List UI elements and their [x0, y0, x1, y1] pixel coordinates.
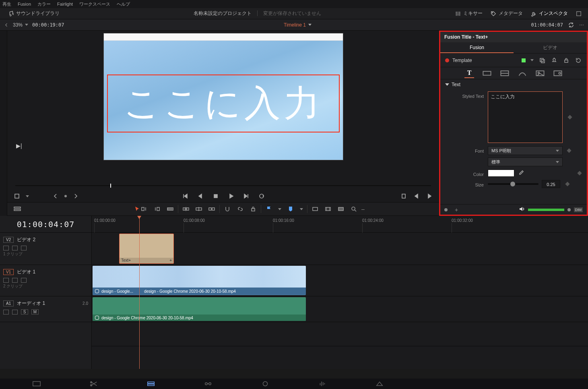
- track-visible-icon[interactable]: [21, 246, 27, 250]
- snap-icon[interactable]: [224, 206, 231, 212]
- marker-icon[interactable]: [287, 206, 294, 212]
- dim-badge[interactable]: DIM: [574, 207, 583, 212]
- copy-icon[interactable]: [538, 57, 546, 64]
- auto-select-icon[interactable]: [12, 310, 18, 315]
- chevron-down-icon[interactable]: [530, 59, 534, 61]
- keyframe-diamond-icon[interactable]: [565, 182, 569, 186]
- zoom-out-icon[interactable]: –: [361, 206, 365, 212]
- menu-item[interactable]: Fusion: [18, 2, 31, 6]
- play-icon[interactable]: [228, 193, 234, 199]
- fusion-page-icon[interactable]: [204, 380, 213, 387]
- next-clip-icon[interactable]: [426, 193, 433, 199]
- menu-item[interactable]: 再生: [2, 1, 11, 7]
- timecode-source[interactable]: 00:00:19:07: [32, 22, 64, 28]
- sound-library-button[interactable]: サウンドライブラリ: [8, 10, 60, 17]
- track-badge[interactable]: V2: [3, 237, 14, 243]
- zoom-level[interactable]: 33%: [13, 22, 28, 28]
- replace-icon[interactable]: [208, 206, 215, 212]
- sync-icon[interactable]: [568, 22, 574, 28]
- next-edit-icon[interactable]: [72, 193, 79, 199]
- deliver-page-icon[interactable]: [375, 380, 384, 387]
- pin-icon[interactable]: [551, 57, 558, 64]
- size-value[interactable]: 0.25: [542, 180, 560, 188]
- solo-button[interactable]: S: [21, 309, 28, 315]
- auto-select-icon[interactable]: [12, 246, 18, 250]
- lock-icon[interactable]: [563, 57, 570, 64]
- track-header-v1[interactable]: V1 ビデオ 1 2 クリップ: [0, 265, 91, 296]
- shading-tab-icon[interactable]: [518, 68, 527, 78]
- styled-text-input[interactable]: [488, 91, 563, 143]
- clip-textplus[interactable]: Text+: [119, 234, 174, 264]
- menu-item[interactable]: カラー: [37, 1, 51, 7]
- media-page-icon[interactable]: [32, 380, 41, 387]
- auto-select-icon[interactable]: [12, 278, 18, 283]
- zoom-tool-icon[interactable]: [324, 206, 332, 212]
- color-page-icon[interactable]: [261, 380, 270, 387]
- razor-icon[interactable]: [167, 206, 174, 212]
- loop-icon[interactable]: [258, 193, 265, 199]
- keyframe-diamond-icon[interactable]: [567, 115, 572, 119]
- image-tab-icon[interactable]: [535, 68, 545, 78]
- search-icon[interactable]: [350, 206, 357, 212]
- scrub-playhead[interactable]: [110, 184, 111, 188]
- clip-audio[interactable]: design - Google Chrome 2020-06-30 20-10-…: [93, 297, 306, 321]
- timeline-playhead[interactable]: [139, 216, 140, 369]
- timeline-view-icon[interactable]: [14, 206, 21, 212]
- cut-page-icon[interactable]: [89, 380, 98, 387]
- maximize-icon[interactable]: [576, 11, 582, 17]
- zoom-tool-icon[interactable]: [312, 206, 319, 212]
- go-end-icon[interactable]: [243, 193, 250, 199]
- inspector-button[interactable]: インスペクタ: [531, 10, 568, 17]
- track-header-a1[interactable]: A1 オーディオ 1 2.0 S M: [0, 296, 91, 322]
- lock-icon[interactable]: [3, 246, 9, 250]
- keyframe-diamond-icon[interactable]: [577, 171, 582, 175]
- prev-clip-icon[interactable]: [413, 193, 420, 199]
- font-family-select[interactable]: MS P明朝: [488, 146, 563, 155]
- chevron-down-icon[interactable]: [278, 208, 281, 210]
- transform-tab-icon[interactable]: [500, 68, 510, 78]
- slider-knob[interactable]: [510, 182, 515, 186]
- track-row-v1[interactable]: design - Google... design - Google Chrom…: [92, 265, 588, 296]
- text-tab-icon[interactable]: T: [464, 68, 474, 78]
- timeline-name[interactable]: Timeline 1: [284, 22, 306, 28]
- selection-tool-icon[interactable]: [134, 206, 141, 212]
- menu-item[interactable]: ワークスペース: [79, 1, 110, 7]
- lock-icon[interactable]: [3, 310, 9, 315]
- track-visible-icon[interactable]: [21, 278, 27, 283]
- size-slider[interactable]: [488, 183, 538, 185]
- metadata-button[interactable]: メタデータ: [491, 10, 523, 17]
- enable-dot-icon[interactable]: [445, 58, 449, 62]
- timeline-current-tc[interactable]: 01:00:04:07: [0, 216, 91, 233]
- step-forward-icon[interactable]: ▶|: [16, 143, 22, 149]
- settings-tab-icon[interactable]: [553, 68, 563, 78]
- link-icon[interactable]: [237, 206, 244, 212]
- mark-in-icon[interactable]: [400, 193, 407, 199]
- menu-item[interactable]: Fairlight: [57, 2, 73, 6]
- timeline-ruler[interactable]: 01:00:00:00 01:00:08:00 01:00:16:00 01:0…: [92, 216, 588, 233]
- insert-icon[interactable]: [182, 206, 190, 212]
- menu-item[interactable]: ヘルプ: [117, 1, 130, 7]
- chevron-left-icon[interactable]: [4, 23, 9, 27]
- prev-edit-icon[interactable]: [52, 193, 59, 199]
- lock-icon[interactable]: [3, 278, 9, 283]
- clip-video[interactable]: design - Google... design - Google Chrom…: [93, 266, 306, 295]
- lock-icon[interactable]: [250, 206, 257, 212]
- track-badge[interactable]: V1: [3, 269, 14, 275]
- color-swatch[interactable]: [488, 170, 514, 177]
- reset-icon[interactable]: [575, 57, 582, 64]
- track-header-v2[interactable]: V2 ビデオ 2 1 クリップ: [0, 233, 91, 265]
- tab-fusion[interactable]: Fusion: [440, 42, 514, 53]
- plus-icon[interactable]: +: [455, 207, 458, 213]
- trim-out-icon[interactable]: [154, 206, 161, 212]
- text-section-header[interactable]: Text: [440, 79, 587, 90]
- track-row-a1[interactable]: design - Google Chrome 2020-06-30 20-10-…: [92, 296, 588, 322]
- mute-button[interactable]: M: [31, 309, 39, 315]
- chevron-down-icon[interactable]: [26, 195, 29, 197]
- overwrite-icon[interactable]: [195, 206, 202, 212]
- keyframe-diamond-icon[interactable]: [567, 148, 571, 153]
- edit-page-icon[interactable]: [146, 380, 155, 387]
- chevron-down-icon[interactable]: [300, 208, 303, 210]
- eyedropper-icon[interactable]: [518, 170, 524, 176]
- timeline-tracks[interactable]: 01:00:00:00 01:00:08:00 01:00:16:00 01:0…: [92, 216, 588, 369]
- track-badge[interactable]: A1: [3, 300, 14, 306]
